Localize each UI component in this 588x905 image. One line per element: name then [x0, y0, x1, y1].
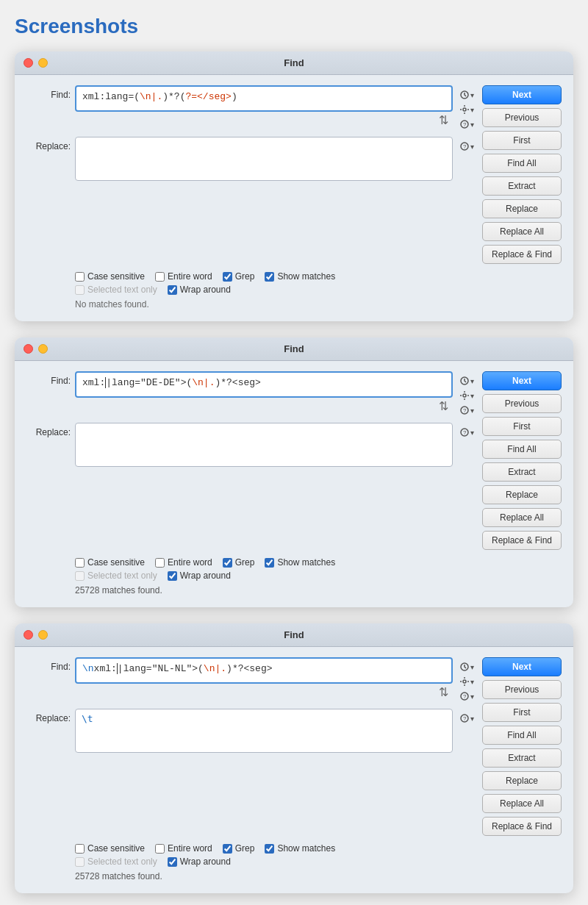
replace-all-button-1[interactable]: Replace All [482, 222, 562, 241]
close-button-3[interactable] [24, 630, 33, 640]
close-button-1[interactable] [24, 58, 33, 68]
selected-text-label-1[interactable]: Selected text only [75, 285, 157, 295]
find-help-btn-2[interactable]: ? ▾ [457, 404, 476, 417]
selected-text-check-3[interactable] [75, 857, 85, 867]
find-text-3: \nxml:|lang="NL-NL">(\n|.)*?<seg> [82, 663, 273, 674]
find-history-btn-1[interactable]: ▾ [457, 88, 476, 101]
replace-input-3[interactable]: \t [75, 709, 453, 753]
traffic-lights-3 [24, 630, 48, 640]
replace-all-button-3[interactable]: Replace All [482, 794, 562, 813]
entire-word-label-3[interactable]: Entire word [155, 843, 212, 854]
wrap-around-check-3[interactable] [168, 857, 177, 867]
selected-text-label-2[interactable]: Selected text only [75, 570, 157, 581]
replace-button-3[interactable]: Replace [482, 771, 562, 790]
grep-label-1[interactable]: Grep [223, 271, 255, 282]
show-matches-label-1[interactable]: Show matches [265, 271, 335, 282]
selected-text-check-2[interactable] [75, 571, 85, 581]
case-sensitive-check-1[interactable] [75, 272, 85, 282]
find-input-1[interactable]: xml:lang=(\n|.)*?(?=</seg>) [75, 85, 453, 112]
entire-word-check-1[interactable] [155, 272, 165, 282]
svg-point-21 [463, 680, 466, 683]
show-matches-check-2[interactable] [265, 558, 274, 568]
swap-button-2[interactable]: ⇅ [437, 398, 450, 415]
previous-button-3[interactable]: Previous [482, 680, 562, 699]
search-in-checkboxes-2: Selected text only Wrap around [75, 570, 231, 581]
show-matches-label-3[interactable]: Show matches [265, 843, 335, 854]
minimize-button-2[interactable] [38, 344, 48, 354]
grep-check-3[interactable] [223, 844, 232, 854]
find-all-button-2[interactable]: Find All [482, 440, 562, 459]
first-button-1[interactable]: First [482, 131, 562, 150]
find-options-btn-2[interactable]: ▾ [457, 389, 476, 402]
replace-input-2[interactable] [75, 423, 453, 467]
next-button-2[interactable]: Next [482, 371, 562, 390]
show-matches-label-2[interactable]: Show matches [265, 557, 335, 568]
minimize-button-3[interactable] [38, 630, 48, 640]
buttons-col-2: Next Previous First Find All Extract Rep… [482, 371, 562, 550]
case-sensitive-check-2[interactable] [75, 558, 85, 568]
icon-col-find-3: ▾ ▾ ? ▾ [457, 657, 476, 703]
replace-all-button-2[interactable]: Replace All [482, 508, 562, 527]
grep-label-3[interactable]: Grep [223, 843, 255, 854]
replace-help-btn-1[interactable]: ? ▾ [457, 140, 476, 153]
find-history-btn-3[interactable]: ▾ [457, 660, 476, 673]
swap-button-3[interactable]: ⇅ [437, 684, 450, 701]
entire-word-label-2[interactable]: Entire word [155, 557, 212, 568]
find-history-btn-2[interactable]: ▾ [457, 374, 476, 387]
replace-button-1[interactable]: Replace [482, 199, 562, 218]
title-bar-2: Find [15, 337, 573, 361]
selected-text-label-3[interactable]: Selected text only [75, 856, 157, 867]
case-sensitive-label-3[interactable]: Case sensitive [75, 843, 145, 854]
next-button-1[interactable]: Next [482, 85, 562, 104]
minimize-button-1[interactable] [38, 58, 48, 68]
close-button-2[interactable] [24, 344, 33, 354]
replace-button-2[interactable]: Replace [482, 485, 562, 504]
extract-button-3[interactable]: Extract [482, 748, 562, 768]
wrap-around-label-3[interactable]: Wrap around [168, 856, 231, 867]
first-button-2[interactable]: First [482, 417, 562, 436]
find-options-btn-3[interactable]: ▾ [457, 675, 476, 688]
case-sensitive-label-2[interactable]: Case sensitive [75, 557, 145, 568]
dialog-title-1: Find [284, 57, 304, 68]
wrap-around-label-1[interactable]: Wrap around [168, 285, 231, 295]
grep-check-2[interactable] [223, 558, 232, 568]
wrap-around-label-2[interactable]: Wrap around [168, 570, 231, 581]
swap-button-1[interactable]: ⇅ [437, 112, 450, 129]
replace-find-button-1[interactable]: Replace & Find [482, 245, 562, 264]
replace-find-button-2[interactable]: Replace & Find [482, 531, 562, 550]
find-help-btn-1[interactable]: ? ▾ [457, 118, 476, 131]
previous-button-1[interactable]: Previous [482, 108, 562, 127]
previous-button-2[interactable]: Previous [482, 394, 562, 413]
fields-section-1: Find: xml:lang=(\n|.)*?(?=</seg>) ⇅ [26, 85, 476, 181]
find-input-2[interactable]: xml:|lang="DE-DE">(\n|.)*?<seg> [75, 371, 453, 398]
next-button-3[interactable]: Next [482, 657, 562, 676]
replace-input-1[interactable] [75, 137, 453, 181]
find-options-btn-1[interactable]: ▾ [457, 103, 476, 116]
find-all-button-1[interactable]: Find All [482, 154, 562, 173]
find-help-btn-3[interactable]: ? ▾ [457, 690, 476, 703]
dialog-title-2: Find [284, 343, 304, 354]
grep-label-2[interactable]: Grep [223, 557, 255, 568]
entire-word-check-3[interactable] [155, 844, 165, 854]
entire-word-text-2: Entire word [168, 557, 212, 568]
wrap-around-check-2[interactable] [168, 571, 177, 581]
options-row-1: Case sensitive Entire word Grep Show mat… [26, 271, 562, 310]
grep-check-1[interactable] [223, 272, 232, 282]
first-button-3[interactable]: First [482, 703, 562, 722]
replace-help-btn-3[interactable]: ? ▾ [457, 712, 476, 725]
replace-help-btn-2[interactable]: ? ▾ [457, 426, 476, 439]
selected-text-check-1[interactable] [75, 285, 85, 295]
entire-word-label-1[interactable]: Entire word [155, 271, 212, 282]
wrap-around-check-1[interactable] [168, 285, 177, 295]
extract-button-2[interactable]: Extract [482, 462, 562, 482]
case-sensitive-label-1[interactable]: Case sensitive [75, 271, 145, 282]
svg-point-11 [463, 394, 466, 397]
extract-button-1[interactable]: Extract [482, 176, 562, 196]
show-matches-check-3[interactable] [265, 844, 274, 854]
replace-find-button-3[interactable]: Replace & Find [482, 817, 562, 836]
case-sensitive-check-3[interactable] [75, 844, 85, 854]
entire-word-check-2[interactable] [155, 558, 165, 568]
find-input-3[interactable]: \nxml:|lang="NL-NL">(\n|.)*?<seg> [75, 657, 453, 684]
find-all-button-3[interactable]: Find All [482, 726, 562, 745]
show-matches-check-1[interactable] [265, 272, 274, 282]
